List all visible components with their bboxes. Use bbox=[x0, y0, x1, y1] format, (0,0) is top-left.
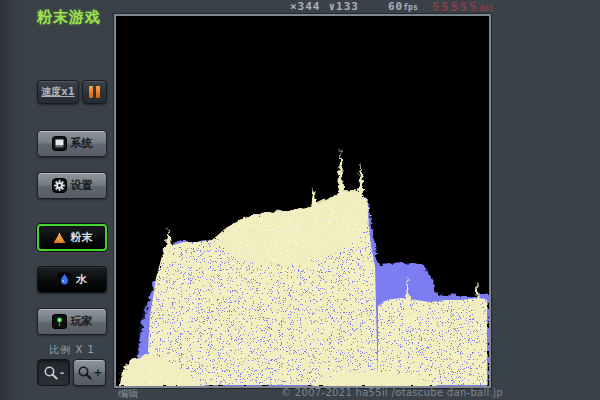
fps-readout: 60fps bbox=[388, 0, 418, 13]
copyright-text: © 2007-2021 ha55ii /otascube dan-ball.jp bbox=[262, 387, 522, 398]
fps-unit: fps bbox=[403, 3, 417, 12]
zoom-out-button[interactable]: - bbox=[37, 359, 70, 386]
monitor-icon bbox=[52, 136, 67, 151]
zoom-out-sign: - bbox=[60, 367, 64, 378]
powder-element-button[interactable]: 粉末 bbox=[37, 224, 107, 251]
dot-count-value: 55555 bbox=[432, 0, 478, 14]
coord-y-readout: ∨133 bbox=[329, 0, 360, 13]
cursor-coordinates: ×344∨133 bbox=[290, 0, 359, 13]
scale-label: 比例 X 1 bbox=[37, 343, 107, 357]
settings-button[interactable]: 设置 bbox=[37, 172, 107, 199]
speed-button[interactable]: 速度x1 bbox=[37, 80, 79, 104]
player-icon bbox=[52, 314, 67, 329]
pause-icon bbox=[89, 86, 93, 98]
water-button-label: 水 bbox=[76, 272, 87, 287]
powder-game-app: ×344∨133 60fps 55555dot 粉末游戏 速度x1 系统 bbox=[0, 0, 600, 400]
fps-value: 60 bbox=[388, 0, 403, 13]
speed-button-label: 速度x1 bbox=[41, 85, 74, 99]
pause-icon bbox=[96, 86, 100, 98]
system-button-label: 系统 bbox=[71, 136, 93, 151]
powder-button-label: 粉末 bbox=[71, 230, 93, 245]
magnifier-minus-icon bbox=[43, 365, 59, 381]
system-button[interactable]: 系统 bbox=[37, 130, 107, 157]
coord-x-readout: ×344 bbox=[290, 0, 321, 13]
zoom-in-button[interactable]: + bbox=[73, 359, 106, 386]
edit-link[interactable]: 编辑 bbox=[118, 387, 138, 400]
player-button[interactable]: 玩家 bbox=[37, 308, 107, 335]
pause-button[interactable] bbox=[82, 80, 107, 104]
powder-pile-icon bbox=[52, 230, 67, 245]
settings-button-label: 设置 bbox=[71, 178, 93, 193]
powder-simulation-scene bbox=[116, 16, 489, 386]
zoom-in-sign: + bbox=[94, 367, 102, 378]
dot-counter: 55555dot bbox=[432, 0, 494, 14]
player-button-label: 玩家 bbox=[71, 314, 93, 329]
gear-icon bbox=[52, 178, 67, 193]
page-title: 粉末游戏 bbox=[24, 8, 114, 27]
water-element-button[interactable]: 水 bbox=[37, 266, 107, 293]
dot-count-unit: dot bbox=[479, 4, 493, 13]
simulation-canvas[interactable] bbox=[114, 14, 491, 388]
magnifier-plus-icon bbox=[77, 365, 93, 381]
water-drop-icon bbox=[57, 272, 72, 287]
